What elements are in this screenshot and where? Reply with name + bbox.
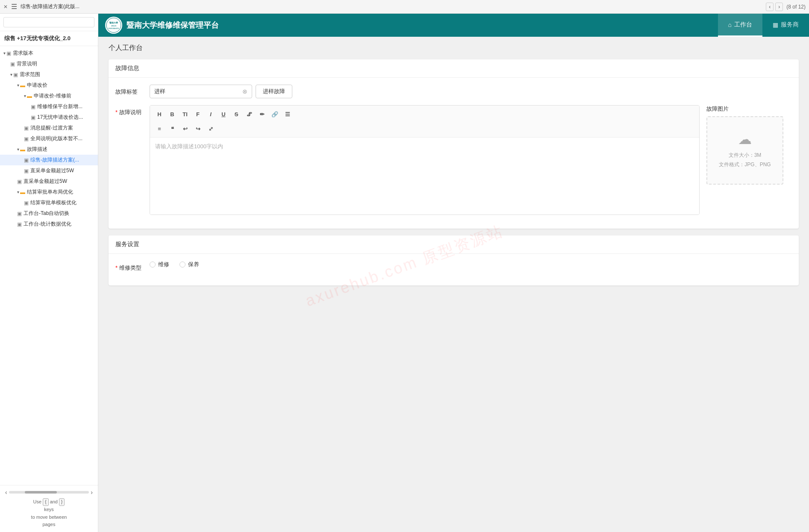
sidebar-item-maintain-platform[interactable]: ▣ 维修维保平台新增...	[0, 101, 98, 112]
toolbar-list[interactable]: ☰	[282, 108, 294, 120]
doc-icon: ▣	[10, 61, 15, 67]
search-input[interactable]	[3, 17, 94, 27]
page-info: (8 of 12)	[786, 4, 806, 10]
close-button[interactable]: ✕	[3, 4, 8, 10]
platform-name: 暨南大学维修维保管理平台	[126, 20, 219, 30]
sidebar-item-label: 需求范围	[20, 71, 40, 78]
nav-hint: Use { and } keys to move between pages	[3, 498, 94, 529]
nav-hint-and: and	[50, 499, 58, 504]
sidebar-item-label: 故障描述	[27, 146, 47, 153]
tag-input-field[interactable]: 进样 ⊗	[150, 85, 252, 98]
sidebar-title: 综售 +17无忧专项优化_2.0	[0, 31, 98, 46]
doc-icon: ▣	[31, 115, 35, 121]
upload-cloud-icon: ☁	[738, 131, 752, 147]
toolbar-pen[interactable]: ✏	[256, 108, 268, 120]
sidebar-item-17-apply[interactable]: ▣ 17无忧申请改价选...	[0, 112, 98, 123]
sidebar-item-fault-desc[interactable]: ▾ ▬ 故障描述	[0, 144, 98, 155]
main-layout: 综售 +17无忧专项优化_2.0 ▾ ▣ 需求版本 ▣ 背景说明 ▾ ▣ 需求范…	[0, 14, 809, 532]
sidebar-item-label: 申请改价-维修前	[34, 92, 71, 100]
toolbar-title[interactable]: TI	[179, 108, 191, 120]
next-page-button[interactable]: ›	[775, 3, 783, 11]
toolbar-strikethrough[interactable]: S	[230, 108, 242, 120]
toolbar-redo[interactable]: ↪	[192, 123, 204, 135]
radio-circle-maintain	[179, 262, 185, 267]
doc-icon: ▣	[24, 136, 29, 142]
service-icon: ▦	[773, 21, 778, 28]
upload-area[interactable]: ☁ 文件大小：3M 文件格式：JPG、PNG	[706, 116, 783, 185]
prev-page-button[interactable]: ‹	[766, 3, 774, 11]
tab-workbench[interactable]: ⌂ 工作台	[718, 14, 762, 37]
sidebar-item-fault-desc-plan[interactable]: ▣ 综售-故障描述方案(...	[0, 155, 98, 165]
sidebar-item-label: 背景说明	[17, 60, 37, 68]
menu-button[interactable]: ☰	[11, 3, 17, 11]
sidebar-item-direct-5w-above[interactable]: ▣ 直采单金额超过5W	[0, 165, 98, 176]
svg-text:UNIVERSITY: UNIVERSITY	[108, 27, 119, 29]
toolbar-fullscreen[interactable]: ⤢	[205, 123, 217, 135]
toggle-icon: ▾	[24, 94, 26, 98]
tab-service[interactable]: ▦ 服务商	[762, 14, 809, 37]
document-title: 综售-故障描述方案(此版...	[21, 3, 766, 10]
radio-repair[interactable]: 维修	[150, 261, 169, 268]
sidebar-item-background[interactable]: ▣ 背景说明	[0, 59, 98, 69]
sidebar-tree: ▾ ▣ 需求版本 ▣ 背景说明 ▾ ▣ 需求范围 ▾ ▬ 申请改价	[0, 46, 98, 485]
desc-form-row: 故障说明 H B TI F	[115, 105, 792, 215]
toolbar-attach[interactable]: 🖇	[243, 108, 255, 120]
radio-label-repair: 维修	[158, 261, 169, 268]
upload-hint-size: 文件大小：3M	[729, 152, 762, 158]
sidebar-item-req-scope[interactable]: ▾ ▣ 需求范围	[0, 69, 98, 80]
toolbar-font[interactable]: F	[192, 108, 204, 120]
tag-button[interactable]: 进样故障	[256, 85, 292, 98]
header-logo: 暨南大學 JINAN UNIVERSITY 暨南大学维修维保管理平台	[98, 17, 226, 34]
doc-icon: ▣	[24, 125, 29, 131]
toolbar-align[interactable]: ≡	[153, 123, 165, 135]
sidebar-item-label: 直采单金额超过5W	[30, 167, 74, 174]
sidebar-item-label: 工作台-统计数据优化	[24, 220, 71, 228]
sidebar-item-settle-template[interactable]: ▣ 结算审批单模板优化	[0, 197, 98, 208]
toolbar-bold[interactable]: B	[166, 108, 178, 120]
nav-key-prev[interactable]: {	[43, 498, 48, 506]
sidebar-item-global-note[interactable]: ▣ 全局说明(此版本暂不...	[0, 133, 98, 144]
toolbar-quote[interactable]: ❝	[166, 123, 178, 135]
toggle-icon: ▾	[10, 72, 12, 77]
fault-content: H B TI F I U S 🖇 ✏	[150, 105, 792, 215]
sidebar-item-apply-price-before[interactable]: ▾ ▬ 申请改价-维修前	[0, 91, 98, 101]
sidebar-item-settle-audit[interactable]: ▾ ▬ 结算审批单布局优化	[0, 187, 98, 197]
toolbar-undo[interactable]: ↩	[179, 123, 191, 135]
tag-form-control: 进样 ⊗ 进样故障	[150, 85, 792, 98]
radio-label-maintain: 保养	[188, 261, 199, 268]
svg-text:JINAN: JINAN	[111, 25, 116, 27]
toolbar-underline[interactable]: U	[218, 108, 229, 120]
desc-label: 故障说明	[115, 105, 150, 116]
sidebar-item-worktab-stat[interactable]: ▣ 工作台-统计数据优化	[0, 219, 98, 229]
scroll-right-button[interactable]: ›	[89, 489, 94, 496]
tag-label: 故障标签	[115, 85, 150, 96]
tag-clear-icon[interactable]: ⊗	[242, 88, 247, 95]
folder-icon: ▬	[27, 93, 32, 99]
sidebar-item-label: 全局说明(此版本暂不...	[30, 135, 82, 142]
nav-key-next[interactable]: }	[59, 498, 65, 506]
sidebar-item-worktab-tab[interactable]: ▣ 工作台-Tab自动切换	[0, 208, 98, 219]
sidebar-item-label: 结算审批单布局优化	[27, 188, 73, 196]
page-navigation: ‹ ›	[766, 3, 783, 11]
scroll-left-button[interactable]: ‹	[3, 489, 9, 496]
university-logo-svg: 暨南大學 JINAN UNIVERSITY	[106, 18, 121, 33]
toolbar-italic[interactable]: I	[205, 108, 217, 120]
fault-card-header: 故障信息	[109, 59, 799, 78]
sidebar-item-direct-5w[interactable]: ▣ 直采单金额超过5W	[0, 176, 98, 187]
repair-type-label: 维修类型	[115, 261, 150, 272]
radio-maintain[interactable]: 保养	[179, 261, 199, 268]
sidebar-item-msg-reminder[interactable]: ▣ 消息提醒-过渡方案	[0, 123, 98, 133]
toolbar-heading[interactable]: H	[153, 108, 165, 120]
sidebar-item-apply-price[interactable]: ▾ ▬ 申请改价	[0, 80, 98, 91]
tag-input-text: 进样	[154, 88, 165, 95]
doc-icon: ▣	[24, 200, 29, 206]
editor-content[interactable]: 请输入故障描述1000字以内	[150, 138, 699, 215]
upload-label: 故障图片	[706, 105, 792, 113]
header-tabs: ⌂ 工作台 ▦ 服务商	[718, 14, 809, 37]
header-nav: 暨南大學 JINAN UNIVERSITY 暨南大学维修维保管理平台 ⌂ 工作台…	[98, 14, 809, 37]
sidebar-item-req-version[interactable]: ▾ ▣ 需求版本	[0, 48, 98, 59]
sidebar-item-label: 结算审批单模板优化	[30, 199, 76, 206]
sidebar-scrollbar[interactable]	[9, 491, 89, 494]
toolbar-link[interactable]: 🔗	[269, 108, 281, 120]
radio-group: 维修 保养	[150, 261, 792, 268]
